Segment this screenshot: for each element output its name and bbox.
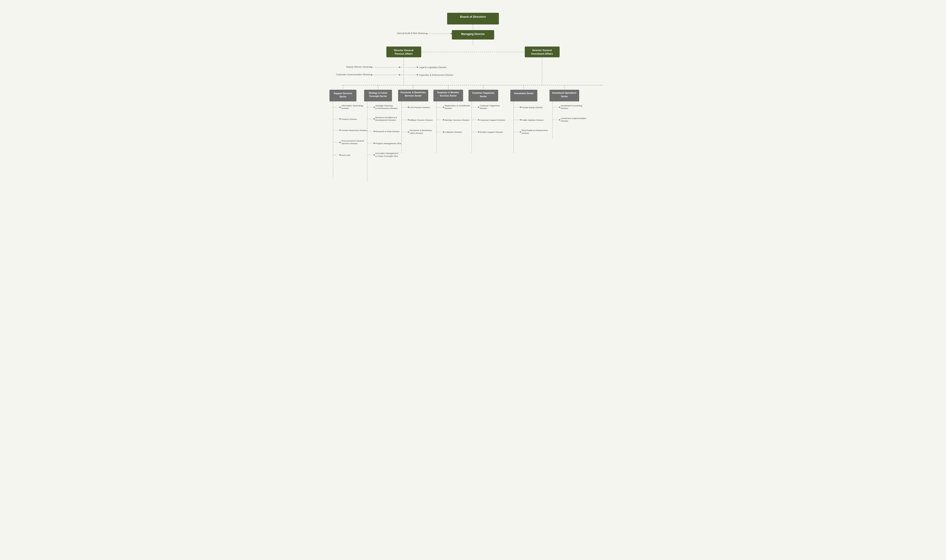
svg-text:Services Sector: Services Sector [440, 95, 457, 97]
svg-point-21 [399, 67, 400, 68]
svg-text:Business Excellence &: Business Excellence & [375, 116, 397, 118]
svg-text:Investment Accounting: Investment Accounting [561, 105, 582, 107]
svg-text:Board of Directors: Board of Directors [460, 15, 486, 18]
svg-text:Human Resources Division: Human Resources Division [342, 129, 367, 131]
svg-text:Pensioner & Benefciary: Pensioner & Benefciary [410, 129, 432, 131]
svg-text:Customer Support Division: Customer Support Division [480, 119, 505, 121]
svg-text:Division: Division [342, 107, 349, 109]
svg-text:Pensioner & Benefciary: Pensioner & Benefciary [401, 91, 426, 94]
svg-point-6 [450, 33, 452, 34]
svg-point-124 [478, 106, 479, 108]
svg-text:& Future Foresight Ofce: & Future Foresight Ofce [375, 155, 398, 157]
svg-point-97 [374, 154, 375, 155]
svg-point-4 [426, 33, 427, 34]
svg-text:Strategic Planning: Strategic Planning [375, 105, 393, 107]
svg-text:Division: Division [480, 107, 487, 109]
svg-text:Investment Implementation: Investment Implementation [561, 117, 586, 120]
svg-text:Division: Division [561, 120, 568, 122]
svg-point-91 [374, 131, 375, 132]
svg-point-105 [408, 119, 409, 120]
svg-text:Investment Operations: Investment Operations [552, 92, 576, 94]
svg-text:Deputy Director General: Deputy Director General [347, 66, 371, 68]
svg-point-102 [408, 106, 409, 108]
svg-text:EHS Unit: EHS Unit [342, 154, 350, 156]
svg-point-87 [374, 118, 375, 120]
svg-point-64 [339, 106, 340, 108]
svg-text:Internal Audit & Risk Division: Internal Audit & Risk Division [397, 32, 426, 34]
svg-text:Private Equity Division: Private Equity Division [521, 106, 543, 109]
svg-text:Research & Data Division: Research & Data Division [375, 130, 400, 132]
svg-text:Services Sector: Services Sector [405, 95, 421, 97]
svg-text:Division: Division [445, 107, 452, 109]
svg-text:Services Division: Services Division [342, 142, 357, 145]
connector-lines: Board of Directors Internal Audit & Risk… [322, 9, 624, 193]
svg-rect-57 [510, 90, 538, 102]
svg-point-141 [520, 131, 521, 132]
svg-text:Entities Support Division: Entities Support Division [480, 131, 503, 133]
svg-rect-10 [387, 46, 421, 57]
svg-text:Support Services: Support Services [334, 92, 352, 95]
svg-rect-0 [447, 13, 499, 25]
svg-text:Procurement & General: Procurement & General [342, 140, 364, 142]
svg-text:Sector: Sector [480, 95, 487, 98]
svg-text:Military Pension Division: Military Pension Division [410, 119, 433, 121]
svg-point-146 [559, 106, 560, 108]
svg-text:Sector: Sector [561, 95, 568, 98]
svg-text:Inspection & Enforcement Divis: Inspection & Enforcement Division [419, 74, 453, 76]
svg-point-30 [417, 74, 418, 75]
svg-text:Customer Happiness: Customer Happiness [480, 105, 500, 107]
svg-text:Foresight Sector: Foresight Sector [369, 95, 387, 97]
svg-point-94 [374, 143, 375, 144]
svg-point-113 [443, 106, 444, 108]
svg-text:Projects Management Ofce: Projects Management Ofce [375, 142, 401, 145]
svg-text:Division: Division [561, 107, 568, 109]
svg-point-120 [443, 131, 444, 132]
svg-text:Pension Affairs: Pension Affairs [395, 52, 413, 55]
svg-point-138 [520, 119, 521, 120]
svg-text:Registration & Contribution: Registration & Contribution [445, 105, 470, 107]
svg-point-79 [339, 154, 340, 155]
svg-point-23 [417, 67, 418, 68]
svg-point-74 [339, 142, 340, 143]
svg-text:Information Technology: Information Technology [342, 105, 364, 107]
svg-text:Director General: Director General [532, 49, 552, 52]
svg-point-131 [478, 131, 479, 132]
svg-point-135 [520, 106, 521, 108]
svg-text:Director General: Director General [394, 49, 413, 52]
org-chart: Board of Directors Internal Audit & Risk… [322, 9, 624, 193]
svg-point-108 [408, 131, 409, 132]
svg-text:Public Markets Division: Public Markets Division [521, 119, 544, 121]
svg-point-71 [339, 129, 340, 131]
svg-text:Customer Happiness: Customer Happiness [472, 92, 495, 94]
svg-point-68 [339, 118, 340, 120]
svg-text:Sector: Sector [339, 95, 347, 98]
svg-rect-13 [525, 46, 560, 57]
svg-point-128 [478, 119, 479, 120]
svg-text:Real Estate & Infrastructure: Real Estate & Infrastructure [521, 129, 548, 131]
svg-point-28 [399, 74, 400, 75]
svg-text:Innovation Management: Innovation Management [375, 152, 398, 154]
svg-text:Afairs Division: Afairs Division [410, 132, 423, 134]
svg-text:Strategy & Future: Strategy & Future [368, 92, 388, 94]
svg-text:Development Division: Development Division [375, 119, 396, 121]
svg-point-150 [559, 119, 560, 120]
svg-point-117 [443, 119, 444, 120]
svg-point-19 [371, 67, 372, 68]
svg-text:Investment Affairs: Investment Affairs [532, 52, 553, 55]
svg-text:Finance Division: Finance Division [342, 118, 357, 120]
svg-text:Legal & Legislation Division: Legal & Legislation Division [419, 66, 447, 69]
svg-text:Corporate Communication Divisi: Corporate Communication Division [336, 73, 371, 76]
svg-text:Employer & Member: Employer & Member [438, 91, 459, 94]
svg-point-26 [371, 74, 372, 75]
svg-text:Collection Division: Collection Division [445, 131, 462, 133]
svg-text:Managing Director: Managing Director [461, 32, 485, 35]
svg-point-83 [374, 106, 375, 108]
svg-text:Member Services Division: Member Services Division [445, 119, 469, 121]
svg-text:Investment Sector: Investment Sector [514, 92, 533, 95]
svg-text:Division: Division [521, 132, 529, 134]
svg-text:& Performance Division: & Performance Division [375, 107, 398, 109]
svg-text:Civil Pension Division: Civil Pension Division [410, 106, 430, 109]
